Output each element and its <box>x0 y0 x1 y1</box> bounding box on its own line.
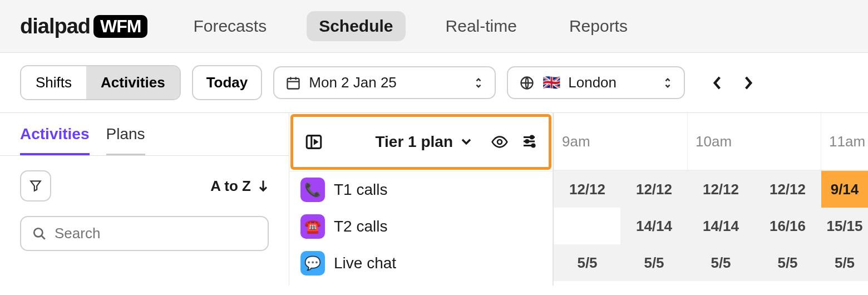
arrow-down-icon <box>258 179 269 193</box>
main-grid: Activities Plans A to Z <box>0 113 868 286</box>
plan-row-t1-calls[interactable]: 📞 T1 calls <box>289 171 553 208</box>
prev-arrow[interactable] <box>713 76 722 90</box>
chat-icon: 💬 <box>300 251 325 276</box>
time-col-9am: 9am <box>554 113 620 170</box>
data-row: 12/1212/1212/1212/129/14 <box>554 171 868 208</box>
data-row: 14/1414/1416/1615/15 <box>554 208 868 244</box>
plan-row-t2-calls[interactable]: ☎️ T2 calls <box>289 208 553 245</box>
nav-tab-schedule[interactable]: Schedule <box>307 11 405 41</box>
plan-column: Tier 1 plan 📞 T1 calls ☎️ T2 <box>289 113 554 286</box>
tab-activities[interactable]: Activities <box>20 125 90 155</box>
data-cell: 5/5 <box>754 244 821 281</box>
data-rows: 12/1212/1212/1212/129/1414/1414/1416/161… <box>554 171 868 281</box>
tab-plans[interactable]: Plans <box>106 125 145 155</box>
data-cell: 14/14 <box>687 208 754 244</box>
shifts-button[interactable]: Shifts <box>21 66 86 99</box>
filter-button[interactable] <box>20 170 51 201</box>
chevron-down-icon <box>461 138 472 146</box>
data-cell <box>554 208 620 244</box>
nav-tab-forecasts[interactable]: Forecasts <box>181 11 279 41</box>
sort-label: A to Z <box>210 178 251 195</box>
plan-row-label: T1 calls <box>334 181 387 199</box>
plan-title: Tier 1 plan <box>375 133 453 151</box>
top-bar: dialpad WFM Forecasts Schedule Real-time… <box>0 0 868 53</box>
data-cell: 9/14 <box>821 171 868 208</box>
sort-button[interactable]: A to Z <box>210 178 269 195</box>
data-cell: 5/5 <box>620 244 687 281</box>
eye-icon[interactable] <box>491 133 509 151</box>
data-cell: 12/12 <box>554 171 620 208</box>
svg-point-2 <box>34 228 42 237</box>
calendar-icon <box>285 75 301 91</box>
globe-icon <box>519 75 535 91</box>
data-cell: 12/12 <box>754 171 821 208</box>
time-col-11am: 11am <box>821 113 868 170</box>
search-icon <box>32 227 47 241</box>
data-cell: 12/12 <box>620 171 687 208</box>
svg-point-6 <box>526 140 529 143</box>
svg-point-5 <box>531 136 534 139</box>
flag-icon: 🇬🇧 <box>542 74 560 91</box>
svg-rect-0 <box>288 78 299 88</box>
up-down-icon <box>663 76 673 90</box>
date-selector[interactable]: Mon 2 Jan 25 <box>273 66 496 99</box>
activities-button[interactable]: Activities <box>86 66 180 99</box>
date-label: Mon 2 Jan 25 <box>309 74 397 91</box>
next-arrow[interactable] <box>744 76 753 90</box>
plan-list: 📞 T1 calls ☎️ T2 calls 💬 Live chat <box>289 171 553 282</box>
telephone-icon: ☎️ <box>300 214 325 239</box>
time-header: 9am 10am 11am <box>554 113 868 171</box>
view-mode-toggle: Shifts Activities <box>20 65 181 100</box>
data-cell: 16/16 <box>754 208 821 244</box>
timezone-label: London <box>568 74 617 91</box>
data-cell: 5/5 <box>554 244 620 281</box>
data-cell: 15/15 <box>821 208 868 244</box>
up-down-icon <box>474 76 484 90</box>
phone-icon: 📞 <box>300 178 325 202</box>
timeline: 9am 10am 11am 12/1212/1212/1212/129/1414… <box>554 113 868 286</box>
funnel-icon <box>28 179 43 193</box>
nav-tab-realtime[interactable]: Real-time <box>433 11 529 41</box>
filter-row: A to Z <box>0 156 289 213</box>
nav-tab-reports[interactable]: Reports <box>557 11 640 41</box>
today-button[interactable]: Today <box>192 65 263 100</box>
timezone-selector[interactable]: 🇬🇧 London <box>507 66 685 99</box>
data-cell: 5/5 <box>687 244 754 281</box>
data-cell: 12/12 <box>687 171 754 208</box>
toolbar: Shifts Activities Today Mon 2 Jan 25 🇬🇧 … <box>0 53 868 113</box>
nav-tabs: Forecasts Schedule Real-time Reports <box>181 11 640 41</box>
plan-row-label: Live chat <box>334 254 396 272</box>
logo: dialpad WFM <box>20 14 147 38</box>
svg-point-4 <box>497 140 502 144</box>
search-input[interactable] <box>55 225 257 242</box>
panel-collapse-icon[interactable] <box>304 132 323 151</box>
sliders-icon[interactable] <box>521 133 537 151</box>
sub-tabs: Activities Plans <box>0 113 289 155</box>
time-col-10am: 10am <box>687 113 754 170</box>
date-nav-arrows <box>713 76 753 90</box>
logo-badge: WFM <box>93 15 147 38</box>
data-cell: 14/14 <box>620 208 687 244</box>
plan-title-dropdown[interactable]: Tier 1 plan <box>375 133 472 151</box>
plan-row-live-chat[interactable]: 💬 Live chat <box>289 245 553 282</box>
logo-text: dialpad <box>20 14 90 38</box>
plan-header: Tier 1 plan <box>290 114 551 170</box>
plan-row-label: T2 calls <box>334 218 387 235</box>
sidebar-left: Activities Plans A to Z <box>0 113 289 286</box>
svg-point-7 <box>532 144 535 147</box>
data-row: 5/55/55/55/55/5 <box>554 244 868 281</box>
search-box[interactable] <box>20 216 269 251</box>
data-cell: 5/5 <box>821 244 868 281</box>
